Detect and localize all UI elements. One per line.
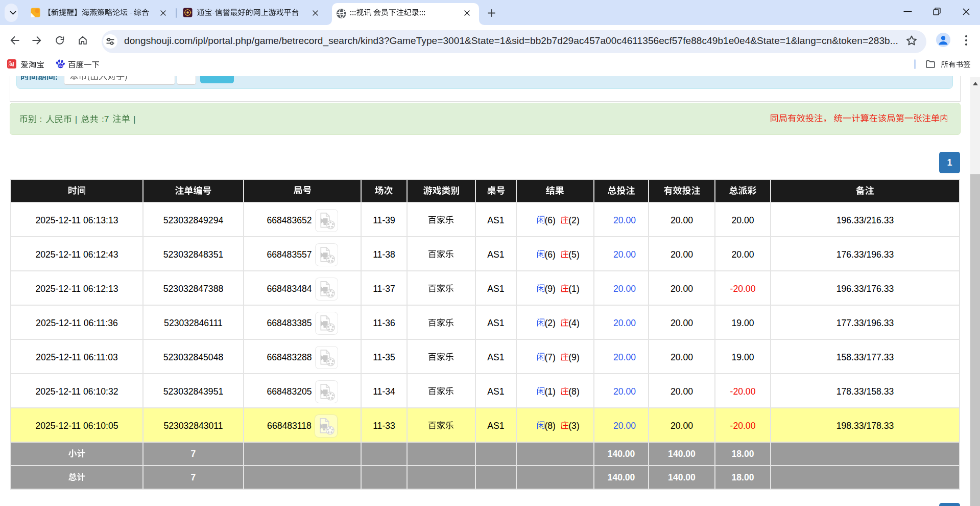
svg-text:du: du [58, 64, 62, 67]
